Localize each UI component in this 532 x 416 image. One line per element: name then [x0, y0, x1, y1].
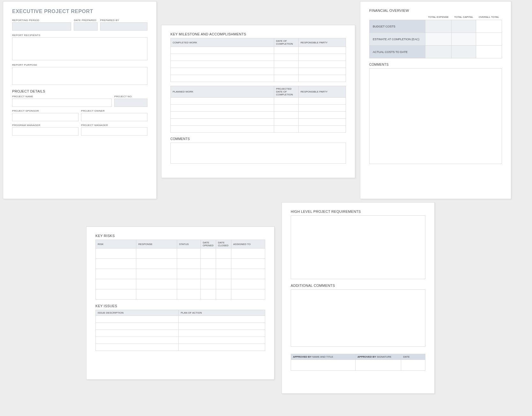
lbl-project-manager: PROJECT MANAGER [81, 124, 147, 127]
section-project-details: PROJECT DETAILS [12, 89, 147, 93]
th-total-capital: TOTAL CAPITAL [452, 14, 476, 20]
section-financial: FINANCIAL OVERVIEW [369, 9, 502, 12]
input-requirements[interactable] [291, 215, 425, 279]
table-row[interactable] [171, 47, 346, 54]
cell[interactable] [452, 46, 476, 58]
input-report-purpose[interactable] [12, 67, 147, 85]
row-budget-costs: BUDGET COSTS [370, 20, 502, 33]
th-date-closed: DATE CLOSED [216, 240, 231, 249]
section-additional-comments: ADDITIONAL COMMENTS [291, 284, 425, 287]
cell[interactable] [425, 20, 452, 33]
table-row[interactable] [96, 259, 265, 269]
section-requirements: HIGH LEVEL PROJECT REQUIREMENTS [291, 210, 425, 213]
lbl-comments-financial: COMMENTS [369, 63, 502, 66]
input-prepared-by[interactable] [100, 22, 147, 31]
th-response: RESPONSE [136, 240, 177, 249]
section-milestones: KEY MILESTONE AND ACCOMPLISHMENTS [170, 32, 346, 36]
table-row[interactable] [291, 360, 425, 371]
section-key-risks: KEY RISKS [95, 234, 265, 238]
lbl-project-no: PROJECT NO. [114, 95, 147, 98]
cell[interactable] [425, 33, 452, 46]
th-planned-work: PLANNED WORK [171, 86, 274, 98]
th-assigned-to: ASSIGNED TO [231, 240, 265, 249]
report-title: EXECUTIVE PROJECT REPORT [12, 9, 147, 14]
panel-requirements: HIGH LEVEL PROJECT REQUIREMENTS ADDITION… [281, 202, 435, 394]
lbl-reporting-period: REPORTING PERIOD [12, 19, 71, 22]
cell[interactable] [476, 20, 502, 33]
table-row[interactable] [171, 75, 346, 82]
cell-eac: ESTIMATE AT COMPLETION (EAC) [370, 33, 425, 46]
th-projected-date: PROJECTED DATE OF COMPLETION [274, 86, 298, 98]
input-additional-comments[interactable] [291, 289, 425, 347]
table-row[interactable] [96, 249, 265, 259]
table-row[interactable] [96, 323, 265, 330]
th-approved-date: DATE [401, 354, 425, 360]
table-key-issues: ISSUE DESCRIPTION PLAN OF ACTION [95, 310, 265, 351]
th-approved-signature: APPROVED BY SIGNATURE [356, 354, 401, 360]
th-plan-of-action: PLAN OF ACTION [179, 310, 265, 316]
cell[interactable] [476, 33, 502, 46]
lbl-prepared-by: PREPARED BY [100, 19, 147, 22]
input-project-owner[interactable] [81, 113, 147, 121]
lbl-report-purpose: REPORT PURPOSE [12, 63, 147, 66]
table-row[interactable] [171, 112, 346, 119]
table-row[interactable] [171, 68, 346, 75]
lbl-project-sponsor: PROJECT SPONSOR [12, 109, 79, 112]
input-comments-milestones[interactable] [170, 143, 346, 164]
table-row[interactable] [96, 289, 265, 300]
panel-milestones: KEY MILESTONE AND ACCOMPLISHMENTS COMPLE… [161, 25, 355, 178]
th-date-opened: DATE OPENED [201, 240, 216, 249]
th-risk: RISK [96, 240, 136, 249]
table-row[interactable] [96, 344, 265, 351]
table-row[interactable] [171, 98, 346, 105]
table-row[interactable] [96, 316, 265, 323]
lbl-program-manager: PROGRAM MANAGER [12, 124, 79, 127]
table-row[interactable] [171, 54, 346, 61]
table-row[interactable] [171, 61, 346, 68]
table-row[interactable] [96, 337, 265, 344]
section-key-issues: KEY ISSUES [95, 304, 265, 308]
table-row[interactable] [171, 105, 346, 112]
cell-budget-costs: BUDGET COSTS [370, 20, 425, 33]
cell[interactable] [476, 46, 502, 58]
th-issue-description: ISSUE DESCRIPTION [96, 310, 179, 316]
th-completed-work: COMPLETED WORK [171, 38, 274, 47]
table-row[interactable] [96, 330, 265, 337]
input-comments-financial[interactable] [369, 68, 502, 164]
lbl-report-recipients: REPORT RECIPIENTS [12, 34, 147, 37]
table-row[interactable] [96, 279, 265, 289]
input-program-manager[interactable] [12, 127, 79, 136]
panel-financial: FINANCIAL OVERVIEW TOTAL EXPENSE TOTAL C… [360, 1, 511, 199]
table-approval: APPROVED BY NAME AND TITLE APPROVED BY S… [291, 354, 425, 371]
table-row[interactable] [171, 119, 346, 126]
th-date-completion: DATE OF COMPLETION [274, 38, 298, 47]
row-eac: ESTIMATE AT COMPLETION (EAC) [370, 33, 502, 46]
lbl-date-prepared: DATE PREPARED [74, 19, 97, 22]
cell[interactable] [425, 46, 452, 58]
th-responsible-party: RESPONSIBLE PARTY [298, 38, 346, 47]
table-row[interactable] [171, 126, 346, 133]
th-overall-total: OVERALL TOTAL [476, 14, 502, 20]
th-approved-name: APPROVED BY NAME AND TITLE [291, 354, 356, 360]
input-report-recipients[interactable] [12, 37, 147, 60]
input-project-manager[interactable] [81, 127, 147, 136]
th-responsible-party-2: RESPONSIBLE PARTY [298, 86, 346, 98]
panel-risks-issues: KEY RISKS RISK RESPONSE STATUS DATE OPEN… [86, 227, 274, 380]
input-reporting-period[interactable] [12, 22, 71, 31]
th-status: STATUS [177, 240, 200, 249]
input-project-name[interactable] [12, 99, 112, 107]
cell-actual: ACTUAL COSTS TO DATE [370, 46, 425, 58]
lbl-project-name: PROJECT NAME [12, 95, 112, 98]
cell[interactable] [452, 33, 476, 46]
th-total-expense: TOTAL EXPENSE [425, 14, 452, 20]
input-project-no[interactable] [114, 99, 147, 107]
input-project-sponsor[interactable] [12, 113, 79, 121]
lbl-project-owner: PROJECT OWNER [81, 109, 147, 112]
table-planned-work: PLANNED WORK PROJECTED DATE OF COMPLETIO… [170, 86, 346, 133]
input-date-prepared[interactable] [74, 22, 97, 31]
table-row[interactable] [96, 269, 265, 279]
cell[interactable] [452, 20, 476, 33]
table-key-risks: RISK RESPONSE STATUS DATE OPENED DATE CL… [95, 240, 265, 300]
table-financial: TOTAL EXPENSE TOTAL CAPITAL OVERALL TOTA… [369, 14, 502, 58]
row-actual: ACTUAL COSTS TO DATE [370, 46, 502, 58]
